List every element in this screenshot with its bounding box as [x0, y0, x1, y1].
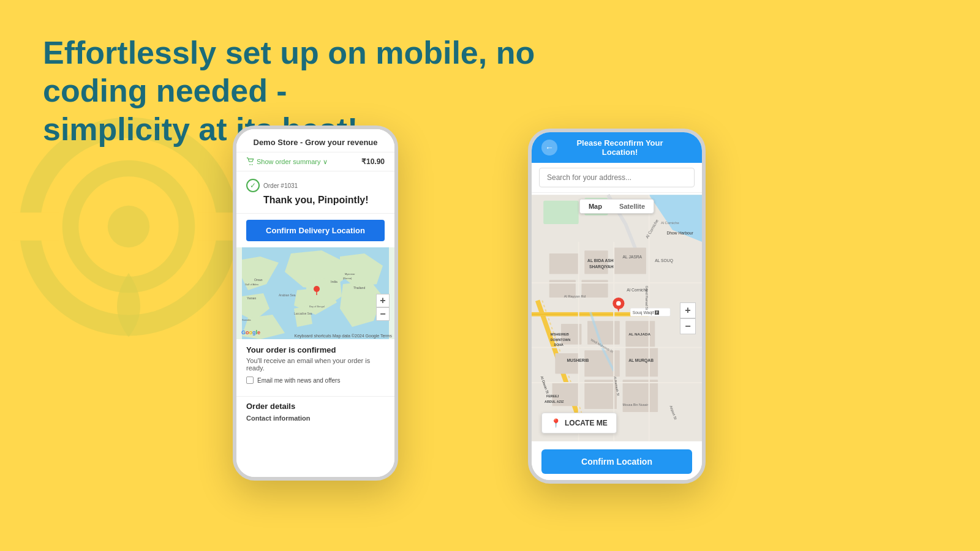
svg-text:(Burma): (Burma) [343, 277, 352, 280]
doha-map-svg: Al Corniche Dhow Harbour Al Corniche AL … [532, 193, 702, 443]
confirm-location-button[interactable]: Confirm Location [541, 449, 692, 474]
order-price: ₹10.90 [361, 157, 385, 166]
map-area-right: Al Corniche Dhow Harbour Al Corniche AL … [532, 193, 702, 443]
svg-text:AL NAJADA: AL NAJADA [628, 332, 650, 336]
search-bar-right [532, 163, 702, 193]
right-phone-mockup: ← Please Reconfirm Your Location! [528, 129, 706, 484]
zoom-out-btn-right[interactable]: − [680, 318, 696, 334]
svg-point-72 [616, 301, 621, 306]
svg-text:Al Corniche: Al Corniche [661, 221, 679, 225]
address-search-input[interactable] [539, 168, 695, 187]
svg-rect-33 [555, 353, 578, 374]
email-news-checkbox[interactable] [246, 377, 254, 384]
svg-text:DOWNTOWN: DOWNTOWN [551, 338, 571, 342]
svg-rect-3 [12, 212, 59, 241]
locate-icon: 📍 [551, 418, 561, 428]
confirm-delivery-button[interactable]: Confirm Delivery Location [246, 220, 385, 241]
left-phone-screen: Demo Store - Grow your revenue Show orde… [236, 129, 394, 477]
satellite-tab[interactable]: Satellite [611, 200, 654, 213]
cart-icon [246, 157, 255, 166]
zoom-in-btn-left[interactable]: + [376, 294, 390, 307]
svg-text:Souq Waqif 🅿: Souq Waqif 🅿 [633, 310, 659, 315]
svg-text:Mousa Bin Nusair: Mousa Bin Nusair [623, 403, 649, 407]
back-button[interactable]: ← [541, 140, 557, 156]
order-confirmed-title: Your order is confirmed [246, 345, 385, 354]
store-header: Demo Store - Grow your revenue [236, 129, 394, 152]
svg-text:AL JASRA: AL JASRA [623, 255, 643, 259]
order-summary-link[interactable]: Show order summary ∨ [246, 157, 328, 166]
store-title: Demo Store - Grow your revenue [246, 138, 385, 147]
order-number-row: ✓ Order #1031 [246, 179, 385, 192]
right-phone-header: ← Please Reconfirm Your Location! [532, 132, 702, 163]
svg-text:Arabian Sea: Arabian Sea [279, 293, 296, 297]
map-satellite-toggle[interactable]: Map Satellite [579, 199, 654, 214]
email-checkbox-row[interactable]: Email me with news and offers [246, 377, 385, 384]
svg-text:Thailand: Thailand [353, 286, 365, 290]
svg-text:Laccadive Sea: Laccadive Sea [294, 312, 312, 315]
svg-text:ABDUL AZIZ: ABDUL AZIZ [545, 400, 564, 403]
svg-rect-21 [543, 201, 579, 224]
map-attribution-left: Keyboard shortcuts Map data ©2024 Google… [294, 334, 392, 338]
svg-text:AL MURQAB: AL MURQAB [628, 358, 654, 363]
svg-rect-25 [549, 253, 579, 274]
contact-info-label: Contact information [246, 414, 385, 422]
svg-text:Al Rayyan Rd: Al Rayyan Rd [564, 294, 586, 298]
right-header-title: Please Reconfirm Your Location! [564, 138, 676, 157]
right-phone-screen: ← Please Reconfirm Your Location! [532, 132, 702, 480]
map-area-left: Oman Yemen Gulf of Aden Arabian Sea Indi… [236, 247, 394, 339]
svg-text:AL SOUQ: AL SOUQ [655, 258, 673, 263]
svg-rect-38 [623, 380, 658, 412]
svg-text:Bay of Bengal: Bay of Bengal [309, 305, 325, 308]
svg-text:MUSHERIB: MUSHERIB [567, 358, 589, 362]
thank-you-text: Thank you, Pinpointly! [263, 195, 385, 206]
svg-text:Grand Hamad St: Grand Hamad St [645, 286, 649, 310]
svg-rect-37 [584, 380, 617, 409]
order-details-title: Order details [246, 402, 385, 411]
svg-text:SHARQIYAH: SHARQIYAH [589, 264, 614, 269]
svg-text:DOHA: DOHA [554, 343, 564, 347]
svg-text:AL BIDA ASH: AL BIDA ASH [587, 258, 614, 263]
svg-text:Oman: Oman [254, 278, 263, 282]
order-confirmed-sub: You'll receive an email when your order … [246, 357, 385, 372]
map-tab[interactable]: Map [580, 200, 611, 213]
google-logo-left: Google [241, 329, 260, 335]
svg-text:MSHEIREB: MSHEIREB [551, 332, 569, 336]
svg-point-2 [108, 206, 149, 247]
svg-text:Gulf of Aden: Gulf of Aden [245, 283, 258, 286]
world-map-svg: Oman Yemen Gulf of Aden Arabian Sea Indi… [236, 247, 394, 339]
order-details-section: Order details Contact information [236, 396, 394, 427]
zoom-out-btn-left[interactable]: − [376, 307, 390, 321]
locate-me-button[interactable]: 📍 LOCATE ME [541, 413, 617, 433]
left-phone-mockup: Demo Store - Grow your revenue Show orde… [233, 126, 398, 481]
svg-text:FEREEJ: FEREEJ [546, 394, 559, 398]
svg-point-5 [249, 164, 251, 165]
svg-rect-34 [584, 350, 620, 377]
zoom-in-btn-right[interactable]: + [680, 302, 696, 318]
svg-text:Myanmar: Myanmar [345, 272, 355, 276]
order-confirmed-section: ✓ Order #1031 Thank you, Pinpointly! [236, 171, 394, 214]
svg-text:Somalia: Somalia [242, 318, 251, 321]
map-zoom-controls-right[interactable]: + − [680, 302, 696, 334]
svg-text:Dhow Harbour: Dhow Harbour [666, 231, 693, 235]
check-circle-icon: ✓ [246, 179, 260, 192]
order-summary-bar: Show order summary ∨ ₹10.90 [236, 152, 394, 171]
svg-text:India: India [331, 280, 337, 283]
map-zoom-controls-left[interactable]: + − [376, 294, 390, 321]
svg-text:Yemen: Yemen [247, 296, 257, 300]
svg-rect-27 [614, 247, 646, 274]
order-info-section: Your order is confirmed You'll receive a… [236, 339, 394, 396]
svg-point-6 [252, 164, 253, 165]
email-news-label: Email me with news and offers [257, 377, 340, 384]
